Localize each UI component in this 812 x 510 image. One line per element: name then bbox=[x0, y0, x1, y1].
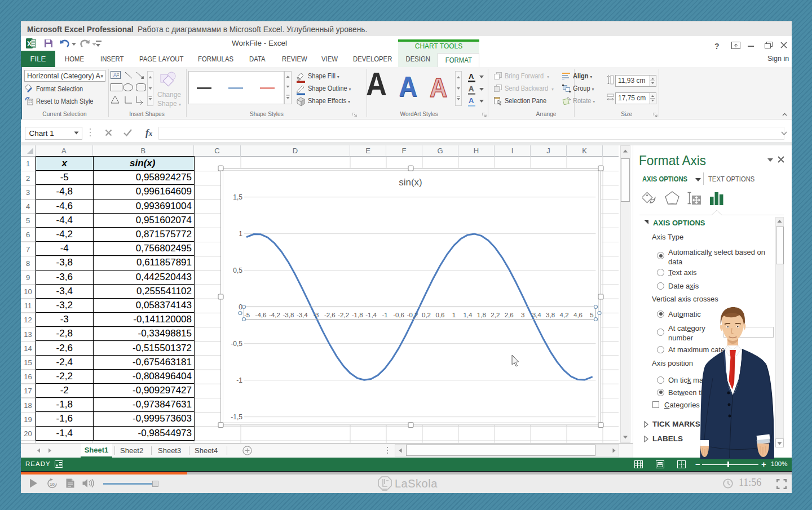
svg-text:10: 10 bbox=[50, 482, 55, 487]
svg-text:A: A bbox=[113, 72, 117, 78]
